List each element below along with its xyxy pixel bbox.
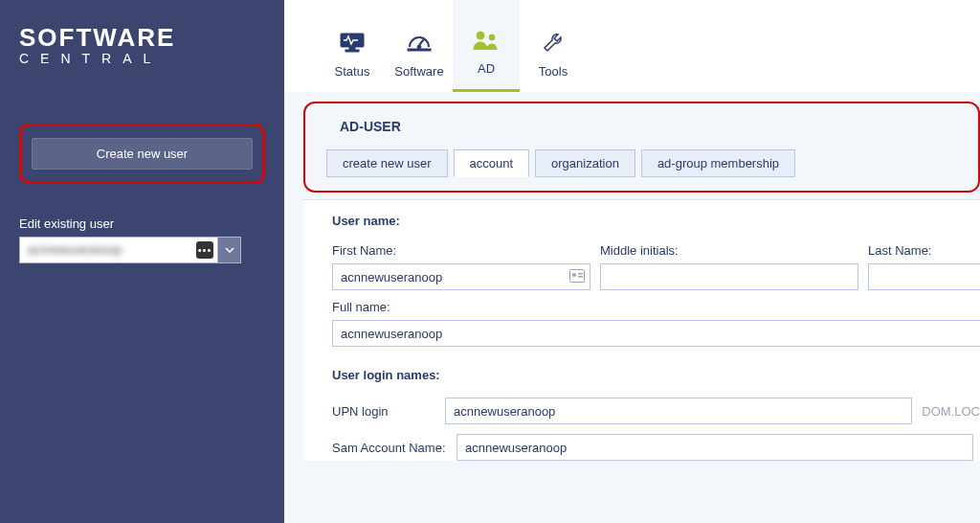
edit-existing-user-select[interactable]: acnnewuseranoop •••	[19, 237, 241, 263]
edit-existing-user-display[interactable]: acnnewuseranoop •••	[19, 237, 218, 263]
svg-point-6	[489, 34, 495, 40]
top-nav: Status Software AD Tools	[284, 0, 980, 92]
tab-account[interactable]: account	[454, 149, 530, 177]
edit-existing-user-label: Edit existing user	[19, 216, 265, 231]
id-card-icon	[569, 269, 585, 285]
brand-logo: SOFTWARE CENTRAL	[19, 23, 265, 66]
edit-existing-user-dropdown[interactable]	[218, 237, 241, 263]
svg-point-5	[477, 32, 484, 39]
last-name-label: Last Name:	[868, 243, 980, 258]
first-name-label: First Name:	[332, 243, 590, 258]
full-name-input[interactable]	[332, 320, 980, 347]
create-user-highlight: Create new user	[19, 124, 265, 184]
first-name-input[interactable]	[332, 263, 590, 290]
nav-label: Status	[335, 64, 370, 79]
last-name-field: Last Name:	[868, 243, 980, 290]
content-area: AD-USER create new user account organiza…	[284, 92, 980, 523]
panel-highlight: AD-USER create new user account organiza…	[303, 102, 980, 193]
sam-row: Sam Account Name:	[332, 434, 980, 461]
user-name-header: User name:	[332, 214, 980, 228]
nav-status[interactable]: Status	[319, 0, 386, 92]
chevron-down-icon	[225, 247, 234, 253]
svg-rect-9	[578, 273, 583, 275]
name-row: First Name: Middle initials: Last Name:	[332, 243, 980, 290]
sam-label: Sam Account Name:	[332, 441, 447, 455]
main: Status Software AD Tools	[284, 0, 980, 523]
status-icon	[338, 32, 367, 55]
nav-label: AD	[478, 61, 495, 76]
first-name-field: First Name:	[332, 243, 590, 290]
tools-icon	[541, 32, 566, 55]
full-name-field: Full name:	[332, 300, 980, 347]
full-name-label: Full name:	[332, 300, 980, 314]
tab-organization[interactable]: organization	[535, 149, 635, 177]
svg-point-3	[417, 45, 421, 49]
user-login-header: User login names:	[332, 368, 980, 382]
nav-label: Tools	[539, 64, 568, 79]
edit-existing-user-value: acnnewuseranoop	[28, 243, 122, 257]
tab-row: create new user account organization ad-…	[326, 149, 963, 177]
brand-line1: SOFTWARE	[19, 23, 265, 53]
svg-point-8	[572, 273, 576, 277]
upn-input[interactable]	[445, 398, 912, 424]
nav-software[interactable]: Software	[386, 0, 453, 92]
ellipsis-icon[interactable]: •••	[196, 241, 213, 259]
tab-create-new-user[interactable]: create new user	[326, 149, 448, 177]
svg-rect-4	[408, 49, 431, 51]
middle-initials-label: Middle initials:	[600, 243, 858, 258]
svg-rect-10	[578, 276, 583, 278]
tab-ad-group-membership[interactable]: ad-group membership	[641, 149, 795, 177]
sidebar: SOFTWARE CENTRAL Create new user Edit ex…	[0, 0, 284, 523]
nav-tools[interactable]: Tools	[520, 0, 587, 92]
nav-label: Software	[394, 64, 443, 79]
svg-rect-2	[345, 50, 359, 52]
create-new-user-button[interactable]: Create new user	[32, 138, 253, 170]
upn-suffix: DOM.LOC	[922, 404, 980, 419]
upn-row: UPN login DOM.LOC	[332, 398, 980, 424]
last-name-input[interactable]	[868, 263, 980, 290]
panel-title: AD-USER	[321, 113, 963, 149]
form-area: User name: First Name: Middle initials:	[303, 199, 980, 461]
middle-initials-input[interactable]	[600, 263, 858, 290]
brand-line2: CENTRAL	[19, 51, 265, 66]
ad-icon	[472, 29, 501, 52]
middle-initials-field: Middle initials:	[600, 243, 858, 290]
nav-ad[interactable]: AD	[453, 0, 520, 92]
upn-label: UPN login	[332, 404, 435, 419]
software-icon	[406, 32, 433, 55]
sam-input[interactable]	[457, 434, 973, 461]
